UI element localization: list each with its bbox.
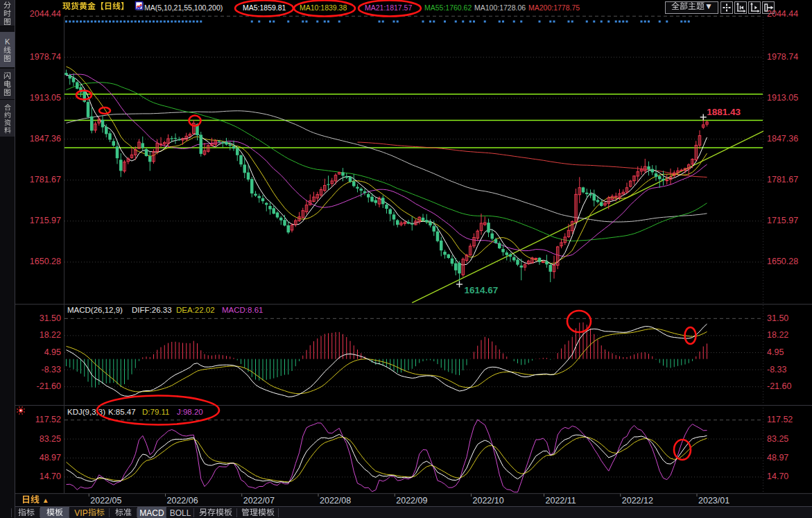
svg-text:4.95: 4.95	[767, 347, 784, 357]
tab-指标[interactable]	[12, 507, 40, 518]
annotation-ellipse	[567, 311, 591, 332]
theme-dropdown-button[interactable]: ▼	[665, 1, 718, 14]
period-label	[21, 495, 40, 506]
tab-separator	[137, 508, 137, 517]
annotation-ellipse	[99, 107, 110, 114]
svg-text:31.50: 31.50	[767, 313, 788, 323]
tab-模板[interactable]	[40, 507, 69, 518]
annotation-circles	[76, 1, 696, 460]
move-crosshair-icon[interactable]	[720, 1, 733, 14]
ma-lines	[67, 67, 707, 265]
svg-text:1781.67: 1781.67	[30, 175, 61, 184]
sidebar-item-kline-chart[interactable]: K	[0, 32, 15, 68]
svg-text:1913.05: 1913.05	[767, 93, 798, 103]
macd-diff-value: DIFF:26.33	[132, 306, 172, 314]
macd-pane	[67, 322, 707, 397]
tab-VIP指标[interactable]: VIP	[69, 507, 110, 518]
svg-text:1781.67: 1781.67	[767, 175, 798, 184]
period-selector[interactable]: ▲	[21, 495, 49, 506]
ma5-value: MA5:1859.81	[243, 3, 286, 12]
svg-text:K: K	[5, 38, 10, 46]
svg-text:-8.33: -8.33	[42, 365, 62, 374]
kdj-alert-icon	[17, 406, 24, 414]
ma-settings-label: MA(5,10,21,55,100,200)	[144, 3, 223, 12]
date-axis-row: ▲	[15, 494, 812, 506]
svg-text:-21.60: -21.60	[37, 381, 61, 391]
ma55-value: MA55:1760.62	[424, 3, 472, 12]
sidebar-item-contract-info[interactable]	[0, 100, 15, 137]
ma200-value: MA200:1778.75	[528, 3, 580, 12]
kdj-k-value: K:85.47	[108, 408, 136, 416]
left-sidebar: K	[0, 0, 15, 518]
svg-text:1650.28: 1650.28	[767, 257, 798, 266]
svg-text:4.95: 4.95	[44, 347, 61, 357]
ma10-value: MA10:1839.38	[300, 3, 347, 12]
sidebar-item-label	[3, 0, 11, 26]
svg-text:1715.97: 1715.97	[767, 216, 798, 225]
annotation-ellipse	[76, 91, 92, 100]
tab-管理模板[interactable]	[237, 507, 279, 518]
kline-chart[interactable]: 1881.431614.672044.442044.441978.741978.…	[0, 0, 812, 518]
tab-separator	[40, 508, 40, 517]
macd-title: MACD(26,12,9)	[67, 306, 123, 314]
sidebar-item-label	[3, 71, 11, 97]
instrument-title	[62, 2, 129, 11]
signal-dots	[65, 21, 690, 23]
tab-separator	[11, 508, 12, 517]
pane-separators	[15, 17, 812, 494]
svg-text:48.97: 48.97	[40, 453, 61, 463]
svg-text:14.70: 14.70	[767, 472, 788, 481]
sidebar-item-lightning-chart[interactable]	[0, 69, 15, 100]
tab-BOLL[interactable]: BOLL	[166, 507, 194, 518]
kdj-d-value: D:79.11	[142, 408, 169, 416]
title-bar: MA(5,10,21,55,100,200) MA5:1859.81 MA10:…	[15, 0, 812, 17]
annotation-ellipse	[685, 327, 696, 344]
sidebar-item-time-chart[interactable]	[0, 0, 15, 26]
bottom-tab-bar: VIPMACDBOLL	[15, 506, 812, 518]
svg-text:1650.28: 1650.28	[30, 257, 61, 266]
svg-text:83.25: 83.25	[40, 434, 61, 444]
svg-text:117.52: 117.52	[767, 415, 793, 424]
candles-layer	[64, 69, 708, 284]
zoom-out-axes-icon[interactable]	[734, 1, 747, 14]
macd-bar-value: MACD:8.61	[222, 306, 263, 314]
svg-text:83.25: 83.25	[767, 434, 788, 444]
annotation-ellipse	[189, 116, 201, 126]
svg-text:48.97: 48.97	[767, 453, 788, 463]
svg-text:1978.74: 1978.74	[30, 52, 61, 62]
support-lines	[64, 94, 763, 303]
svg-text:18.22: 18.22	[767, 330, 788, 340]
tab-MACD[interactable]: MACD	[137, 507, 166, 518]
trend-line	[412, 131, 763, 302]
ma100-value: MA100:1728.06	[474, 3, 526, 12]
tab-separator	[236, 508, 237, 517]
kdj-title: KDJ(9,3,3)	[67, 408, 105, 416]
annotation-ellipse	[674, 440, 691, 460]
svg-text:1847.36: 1847.36	[767, 134, 798, 144]
svg-text:1881.43: 1881.43	[707, 107, 741, 117]
pan-right-icon[interactable]	[762, 1, 775, 14]
extreme-markers: 1881.431614.67	[456, 107, 741, 295]
tab-separator	[109, 508, 110, 517]
svg-text:1913.05: 1913.05	[30, 93, 61, 103]
tab-标准[interactable]	[110, 507, 137, 518]
tab-另存模板[interactable]	[194, 507, 237, 518]
tab-separator	[166, 508, 166, 517]
svg-text:1715.97: 1715.97	[30, 216, 61, 225]
zoom-in-axes-icon[interactable]	[748, 1, 761, 14]
ma21-value: MA21:1817.57	[365, 3, 412, 12]
kdj-j-value: J:98.20	[177, 408, 203, 416]
tab-separator	[69, 508, 69, 517]
kdj-pane	[67, 420, 707, 492]
sidebar-spacer	[0, 137, 15, 518]
svg-text:14.70: 14.70	[40, 472, 61, 481]
tab-separator	[278, 508, 279, 517]
macd-dea-value: DEA:22.02	[176, 306, 215, 314]
sidebar-item-label	[4, 102, 11, 135]
period-arrow-icon: ▲	[42, 497, 49, 504]
svg-text:-21.60: -21.60	[767, 381, 791, 391]
svg-text:-8.33: -8.33	[767, 365, 787, 374]
svg-text:31.50: 31.50	[40, 313, 61, 323]
svg-text:18.22: 18.22	[40, 330, 61, 340]
line-chart-icon[interactable]	[135, 1, 144, 12]
